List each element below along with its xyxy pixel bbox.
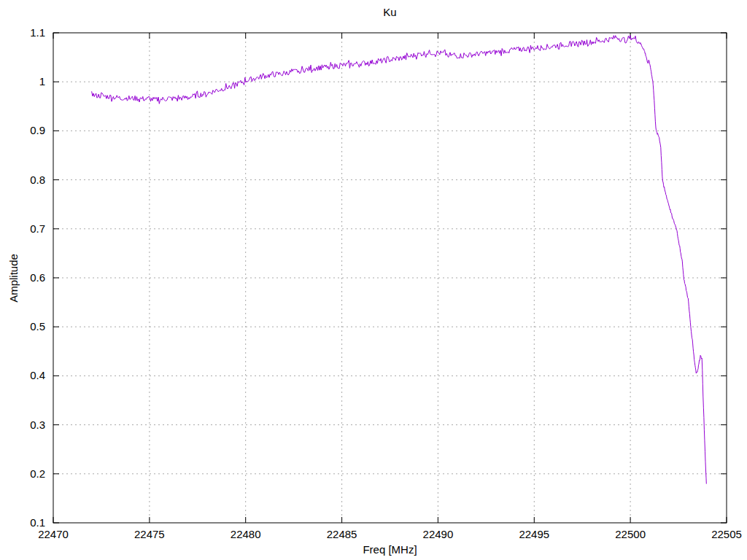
y-tick-label: 0.5 [0, 320, 45, 332]
x-tick-label: 22475 [124, 528, 175, 540]
y-tick-label: 1.1 [0, 26, 45, 39]
gnuplot-window: { "chart_data": { "type": "line", "title… [0, 0, 747, 560]
x-tick-label: 22500 [605, 528, 656, 540]
y-tick-label: 0.8 [0, 174, 45, 186]
data-line-ku [92, 36, 707, 484]
y-tick-label: 0.4 [0, 369, 45, 381]
y-tick-label: 1 [0, 75, 45, 88]
y-tick-label: 0.2 [0, 467, 45, 480]
x-tick-label: 22480 [220, 528, 271, 540]
y-tick-label: 0.6 [0, 271, 45, 284]
x-tick-label: 22470 [28, 528, 79, 540]
grid-lines [53, 33, 727, 523]
y-tick-label: 0.3 [0, 419, 45, 431]
y-tick-label: 0.9 [0, 124, 45, 136]
x-tick-label: 22505 [701, 528, 747, 540]
y-tick-label: 0.7 [0, 222, 45, 235]
y-tick-label: 0.1 [0, 516, 45, 529]
x-tick-label: 22485 [317, 528, 368, 540]
x-tick-label: 22495 [508, 528, 560, 540]
x-tick-label: 22490 [412, 528, 463, 540]
plot-area [0, 0, 747, 560]
